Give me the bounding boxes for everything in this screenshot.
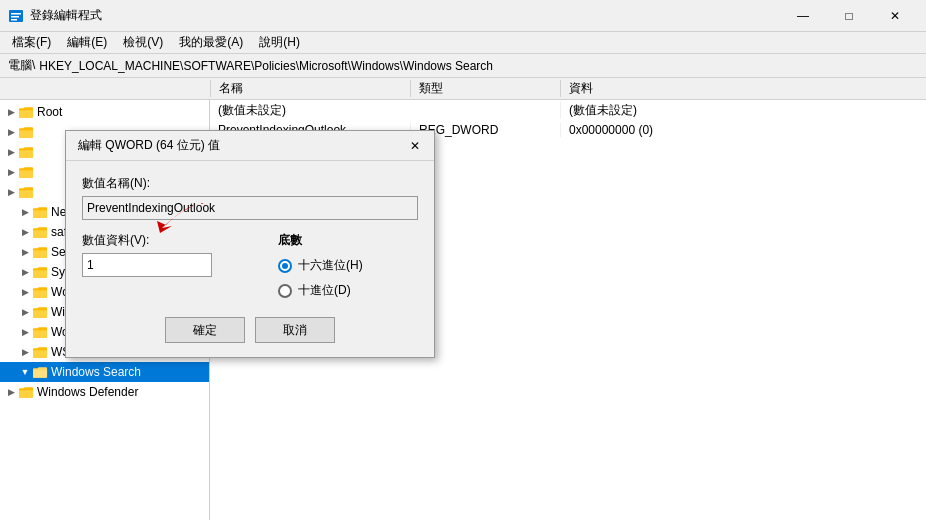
col-header-name: 名稱: [210, 80, 410, 97]
column-headers: 名稱 類型 資料: [0, 78, 926, 100]
radio-hex-label: 十六進位(H): [298, 257, 363, 274]
dialog-buttons: 確定 取消: [82, 317, 418, 343]
dialog-value-row: 數值資料(V): 底數 十六進位(H): [82, 232, 418, 299]
close-button[interactable]: ✕: [872, 0, 918, 32]
address-label: 電腦\: [8, 57, 35, 74]
svg-rect-1: [11, 13, 21, 15]
maximize-button[interactable]: □: [826, 0, 872, 32]
title-bar: 登錄編輯程式 — □ ✕: [0, 0, 926, 32]
col-header-data: 資料: [560, 80, 926, 97]
dialog-base-section: 底數 十六進位(H) 十進位(D): [278, 232, 418, 299]
menu-view[interactable]: 檢視(V): [115, 32, 171, 53]
app-title: 登錄編輯程式: [30, 7, 102, 24]
ok-button[interactable]: 確定: [165, 317, 245, 343]
dialog-title-text: 編輯 QWORD (64 位元) 值: [78, 137, 220, 154]
dialog-body: 數值名稱(N): 數值資料(V): 底數: [66, 161, 434, 357]
menu-bar: 檔案(F) 編輯(E) 檢視(V) 我的最愛(A) 說明(H): [0, 32, 926, 54]
cancel-button[interactable]: 取消: [255, 317, 335, 343]
name-field-label: 數值名稱(N):: [82, 175, 418, 192]
value-field-label: 數值資料(V):: [82, 232, 258, 249]
svg-rect-2: [11, 16, 19, 18]
minimize-button[interactable]: —: [780, 0, 826, 32]
radio-dec-label: 十進位(D): [298, 282, 351, 299]
app-icon: [8, 8, 24, 24]
radio-dec-circle: [278, 284, 292, 298]
menu-file[interactable]: 檔案(F): [4, 32, 59, 53]
radio-hex[interactable]: 十六進位(H): [278, 257, 418, 274]
edit-qword-dialog: 編輯 QWORD (64 位元) 值 ✕ 數值名稱(N): 數值資料(V):: [65, 130, 435, 358]
name-field-input[interactable]: [82, 196, 418, 220]
value-field-input[interactable]: [82, 253, 212, 277]
main-area: Root: [0, 100, 926, 520]
dialog-close-button[interactable]: ✕: [404, 135, 426, 157]
dialog-value-left: 數值資料(V):: [82, 232, 258, 299]
window-controls: — □ ✕: [780, 0, 918, 32]
address-bar: 電腦\ HKEY_LOCAL_MACHINE\SOFTWARE\Policies…: [0, 54, 926, 78]
menu-edit[interactable]: 編輯(E): [59, 32, 115, 53]
base-label: 底數: [278, 232, 418, 249]
menu-favorites[interactable]: 我的最愛(A): [171, 32, 251, 53]
dialog-title-bar: 編輯 QWORD (64 位元) 值 ✕: [66, 131, 434, 161]
address-path: HKEY_LOCAL_MACHINE\SOFTWARE\Policies\Mic…: [39, 59, 493, 73]
radio-hex-circle: [278, 259, 292, 273]
title-bar-left: 登錄編輯程式: [8, 7, 102, 24]
radio-dec[interactable]: 十進位(D): [278, 282, 418, 299]
radio-group-base: 十六進位(H) 十進位(D): [278, 257, 418, 299]
svg-rect-3: [11, 19, 17, 21]
dialog-overlay: 編輯 QWORD (64 位元) 值 ✕ 數值名稱(N): 數值資料(V):: [0, 100, 926, 520]
col-header-type: 類型: [410, 80, 560, 97]
menu-help[interactable]: 說明(H): [251, 32, 308, 53]
